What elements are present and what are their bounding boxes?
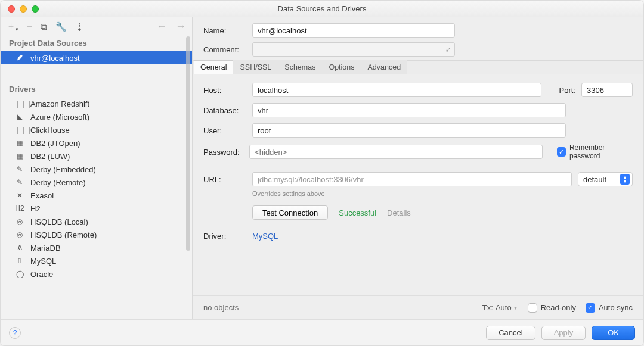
right-pane: Name: Comment: ⤢ GeneralSSH/SSLSchemasOp… [193,17,643,319]
tab-ssh-ssl[interactable]: SSH/SSL [233,60,278,74]
expand-icon[interactable]: ⤢ [445,46,451,54]
url-override-hint: Overrides settings above [252,190,633,197]
driver-icon: H2 [15,204,24,213]
ok-button[interactable]: OK [592,326,635,340]
drivers-header: Drivers [1,81,192,97]
help-button[interactable]: ? [9,327,21,339]
tab-bar: GeneralSSH/SSLSchemasOptionsAdvanced [193,60,643,74]
driver-item[interactable]: ◎HSQLDB (Remote) [1,228,192,241]
driver-item[interactable]: ◣Azure (Microsoft) [1,110,192,123]
general-form: Host: Port: Database: User: Password: [193,74,643,249]
driver-icon: ᕕ [15,244,24,252]
driver-label: H2 [30,204,41,213]
url-mode-select[interactable]: default ▴▾ [578,172,633,186]
url-input[interactable] [252,172,572,186]
name-input[interactable] [252,23,455,38]
driver-item[interactable]: H2H2 [1,202,192,215]
cancel-button[interactable]: Cancel [486,326,535,340]
driver-item[interactable]: ᕕMariaDB [1,241,192,254]
objects-status: no objects [203,303,239,312]
driver-item[interactable]: 𓆟MySQL [1,254,192,267]
driver-icon: ◯ [15,270,24,278]
driver-label: Derby (Remote) [30,178,85,187]
driver-item[interactable]: ▦DB2 (JTOpen) [1,136,192,149]
host-label: Host: [203,86,246,95]
password-input[interactable] [249,145,543,159]
driver-label: HSQLDB (Local) [30,217,88,226]
dialog-footer: ? Cancel Apply OK [1,319,643,345]
auto-sync-label: Auto sync [599,303,633,312]
data-source-label: vhr@localhost [30,54,80,63]
data-source-list: vhr@localhost [1,51,192,64]
copy-button[interactable]: ⧉ [41,22,47,31]
read-only-checkbox[interactable]: Read-only [528,303,576,313]
comment-input[interactable]: ⤢ [252,42,455,57]
driver-label: ClickHouse [30,126,70,135]
user-label: User: [203,126,246,135]
driver-label: Oracle [30,270,53,279]
checkbox-off-icon [528,303,537,313]
reset-button[interactable]: ⭭ [75,22,84,31]
driver-label: Amazon Redshift [30,99,89,108]
back-arrow-icon: ← [156,20,167,33]
driver-item[interactable]: ◎HSQLDB (Local) [1,215,192,228]
port-input[interactable] [581,83,633,97]
left-pane: ＋▾ − ⧉ 🔧 ⭭ ← → Project Data Sources vhr@… [1,17,193,319]
tab-options[interactable]: Options [322,60,361,74]
driver-link[interactable]: MySQL [252,232,278,241]
comment-label: Comment: [203,45,246,54]
driver-icon: ◎ [15,230,24,239]
vertical-scrollbar[interactable] [186,36,190,251]
url-label: URL: [203,175,246,184]
host-input[interactable] [252,83,541,97]
add-button[interactable]: ＋▾ [7,21,18,32]
tab-general[interactable]: General [194,60,233,74]
settings-button[interactable]: 🔧 [55,22,67,31]
header-form: Name: Comment: ⤢ [193,17,643,57]
dialog-window: Data Sources and Drivers ＋▾ − ⧉ 🔧 ⭭ ← → … [0,0,644,346]
drivers-list: ❘❘❘Amazon Redshift◣Azure (Microsoft)❘❘❘C… [1,97,192,280]
remove-button[interactable]: − [27,22,32,31]
forward-arrow-icon: → [175,20,186,33]
driver-icon: ❘❘❘ [15,99,24,108]
driver-item[interactable]: ❘❘❘Amazon Redshift [1,97,192,110]
user-input[interactable] [252,123,566,138]
url-mode-value: default [583,175,606,184]
driver-icon: ◎ [15,217,24,226]
details-link[interactable]: Details [387,208,411,217]
read-only-label: Read-only [541,303,576,312]
test-connection-button[interactable]: Test Connection [252,205,328,220]
driver-item[interactable]: ❘❘❘ClickHouse [1,123,192,136]
remember-password-checkbox[interactable]: ✓ Remember password [557,144,633,160]
driver-icon: ✕ [15,191,24,200]
driver-icon: ◣ [15,113,24,121]
driver-label: HSQLDB (Remote) [30,230,97,239]
tab-advanced[interactable]: Advanced [361,60,408,74]
driver-label: DB2 (LUW) [30,152,70,161]
checkbox-on-icon: ✓ [586,303,595,313]
database-label: Database: [203,106,246,115]
tab-schemas[interactable]: Schemas [278,60,322,74]
driver-label: DB2 (JTOpen) [30,139,80,148]
window-title: Data Sources and Drivers [1,4,643,13]
tx-mode-selector[interactable]: Tx: Auto ▾ [482,303,517,312]
driver-item[interactable]: ▦DB2 (LUW) [1,149,192,163]
dialog-body: ＋▾ − ⧉ 🔧 ⭭ ← → Project Data Sources vhr@… [1,17,643,319]
drivers-list-scroll[interactable]: ❘❘❘Amazon Redshift◣Azure (Microsoft)❘❘❘C… [1,97,192,319]
driver-item[interactable]: ✎Derby (Remote) [1,176,192,189]
remember-password-label: Remember password [569,144,633,160]
database-input[interactable] [252,103,566,117]
driver-icon: ✎ [15,165,24,173]
driver-icon: ▦ [15,139,24,147]
driver-item[interactable]: ✕Exasol [1,189,192,202]
status-bar: no objects Tx: Auto ▾ Read-only ✓ Auto s… [193,295,643,319]
driver-label: Driver: [203,232,246,241]
driver-item[interactable]: ✎Derby (Embedded) [1,163,192,176]
title-bar: Data Sources and Drivers [1,1,643,17]
auto-sync-checkbox[interactable]: ✓ Auto sync [586,303,633,313]
driver-item[interactable]: ◯Oracle [1,267,192,280]
tx-label: Tx: [482,303,493,312]
test-connection-status: Successful [339,208,376,217]
driver-icon: ▦ [15,152,24,160]
data-source-item[interactable]: vhr@localhost [1,51,192,64]
